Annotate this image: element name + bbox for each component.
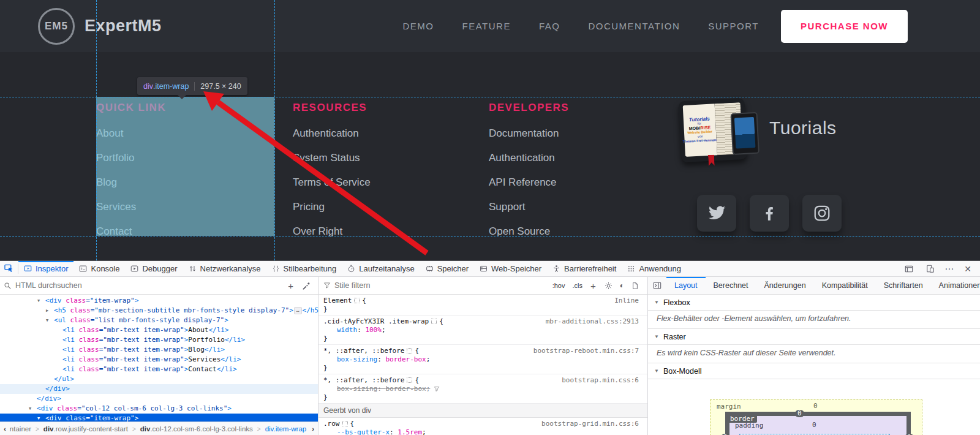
highlight-selector-icon[interactable] xyxy=(407,348,412,354)
box-model-margin[interactable]: margin 0 0 0 0 0 0 border padding 0 0 xyxy=(710,399,922,435)
markup-row[interactable]: <li class="mbr-text item-wrap">About</li… xyxy=(0,325,318,335)
markup-row[interactable]: ▼<div class="item-wrap"> xyxy=(0,296,318,306)
footer-link[interactable]: Terms of Service xyxy=(293,170,471,195)
instagram-button[interactable] xyxy=(802,195,842,232)
devtools-tab-laufzeitanalyse[interactable]: Laufzeitanalyse xyxy=(342,261,420,276)
purchase-now-button[interactable]: PURCHASE NOW xyxy=(781,10,908,43)
rules-filter-bar[interactable]: Stile filtern :hov .cls + ◐ xyxy=(318,277,647,295)
sidebar-tab-berechnet[interactable]: Berechnet xyxy=(706,277,756,294)
footer-link[interactable]: Authentication xyxy=(489,146,667,170)
footer-link[interactable]: API Reference xyxy=(489,170,667,195)
footer-link[interactable]: Documentation xyxy=(489,121,667,146)
layout-section-header[interactable]: ▼Raster xyxy=(648,329,980,344)
add-node-icon[interactable]: + xyxy=(284,281,298,291)
css-declaration[interactable]: --bs-gutter-x: 1.5rem; xyxy=(323,428,643,435)
markup-row[interactable]: <li class="mbr-text item-wrap">Portfolio… xyxy=(0,335,318,345)
collapsed-content-badge[interactable]: … xyxy=(294,307,302,314)
layout-section-header[interactable]: ▼Box-Modell xyxy=(648,363,980,379)
devtools-tab-speicher[interactable]: Speicher xyxy=(420,261,474,276)
sidebar-tab-schriftarten[interactable]: Schriftarten xyxy=(876,277,931,294)
expand-icon[interactable]: ▶ xyxy=(46,306,48,316)
footer-link[interactable]: Over Right xyxy=(293,219,471,244)
nav-item-support[interactable]: SUPPORT xyxy=(708,21,759,31)
footer-link[interactable]: Support xyxy=(489,195,667,219)
collapse-icon[interactable]: ▼ xyxy=(46,316,48,325)
markup-row[interactable]: </ul> xyxy=(0,374,318,384)
devtools-tab-netzwerkanalyse[interactable]: Netzwerkanalyse xyxy=(183,261,266,276)
stylesheet-source-link[interactable]: mbr-additional.css:2913 xyxy=(546,317,639,326)
stylesheet-source-link[interactable]: Inline xyxy=(614,297,639,305)
sidebar-tab-layout[interactable]: Layout xyxy=(666,277,706,294)
add-rule-icon[interactable]: + xyxy=(586,281,600,291)
nav-item-feature[interactable]: FEATURE xyxy=(462,21,511,31)
collapse-icon[interactable]: ▼ xyxy=(29,404,31,414)
devtools-close-icon[interactable]: ✕ xyxy=(960,264,975,274)
markup-row[interactable]: </div> xyxy=(0,384,318,394)
css-declaration[interactable]: box-sizing: border-box; xyxy=(323,385,643,393)
devtools-tab-web-speicher[interactable]: Web-Speicher xyxy=(474,261,547,276)
box-model-border[interactable]: border padding 0 0 0 297.5×240 xyxy=(725,412,911,435)
toggle-pseudo-classes-button[interactable]: :hov xyxy=(549,282,569,289)
light-theme-icon[interactable] xyxy=(601,282,616,290)
footer-link[interactable]: System Status xyxy=(293,146,471,170)
stylesheet-source-link[interactable]: bootstrap-reboot.min.css:7 xyxy=(533,347,639,355)
css-declaration[interactable]: box-sizing: border-box; xyxy=(323,355,643,364)
stylesheet-source-link[interactable]: bootstrap.min.css:6 xyxy=(562,376,639,385)
devtools-menu-icon[interactable]: ⋯ xyxy=(941,263,958,274)
sidebar-toggle-icon[interactable] xyxy=(648,277,666,294)
nav-item-demo[interactable]: DEMO xyxy=(403,21,434,31)
breadcrumb-item[interactable]: ntainer xyxy=(10,425,31,433)
print-media-icon[interactable] xyxy=(628,282,643,290)
markup-row[interactable]: ▶<h5 class="mbr-section-subtitle mbr-fon… xyxy=(0,306,318,316)
breadcrumb-scroll-left-icon[interactable]: ‹ xyxy=(0,425,10,433)
toggle-classes-button[interactable]: .cls xyxy=(568,282,586,289)
markup-row[interactable]: <li class="mbr-text item-wrap">Contact</… xyxy=(0,365,318,374)
nav-item-documentation[interactable]: DOCUMENTATION xyxy=(588,21,680,31)
eyedropper-icon[interactable] xyxy=(298,282,314,290)
devtools-tab-anwendung[interactable]: Anwendung xyxy=(622,261,687,276)
border-top-value[interactable]: 0 xyxy=(795,410,804,417)
twitter-button[interactable] xyxy=(697,195,736,232)
stylesheet-source-link[interactable]: bootstrap-grid.min.css:6 xyxy=(541,420,639,428)
markup-row[interactable]: <li class="mbr-text item-wrap">Services<… xyxy=(0,355,318,365)
markup-row[interactable]: </div> xyxy=(0,394,318,404)
devtools-tab-inspektor[interactable]: Inspektor xyxy=(18,261,74,276)
markup-row[interactable]: ▼<div class="col-12 col-sm-6 col-lg-3 co… xyxy=(0,404,318,414)
overridden-filter-icon[interactable] xyxy=(434,386,440,392)
layout-section-header[interactable]: ▼Flexbox xyxy=(648,295,980,310)
sidebar-tab-animationen[interactable]: Animationen xyxy=(931,277,980,294)
margin-top-value[interactable]: 0 xyxy=(813,402,818,410)
devtools-tab-stilbearbeitung[interactable]: Stilbearbeitung xyxy=(266,261,342,276)
dock-options-icon[interactable] xyxy=(901,265,917,273)
breadcrumb-item[interactable]: div.item-wrap xyxy=(265,425,307,433)
css-declaration[interactable]: width: 100%; xyxy=(323,326,643,335)
footer-link[interactable]: Pricing xyxy=(293,195,471,219)
breadcrumb-item[interactable]: div.col-12.col-sm-6.col-lg-3.col-links xyxy=(140,425,253,433)
markup-row[interactable]: <li class="mbr-text item-wrap">Blog</li> xyxy=(0,345,318,355)
collapse-icon[interactable]: ▼ xyxy=(37,296,40,306)
breadcrumb-item[interactable]: div.row.justify-content-start xyxy=(43,425,128,433)
footer-link[interactable]: Authentication xyxy=(293,121,471,146)
highlight-selector-icon[interactable] xyxy=(342,421,348,426)
html-search-bar[interactable]: HTML durchsuchen + xyxy=(0,277,318,295)
highlight-selector-icon[interactable] xyxy=(354,298,360,303)
breadcrumb-scroll-right-icon[interactable]: › xyxy=(308,425,318,433)
pick-element-icon[interactable] xyxy=(0,261,18,276)
dark-theme-icon[interactable]: ◐ xyxy=(616,281,628,290)
padding-top-value[interactable]: 0 xyxy=(812,421,816,429)
tutorials-image[interactable]: TutorialsfürMOBIRISEWebsite BuildervonTh… xyxy=(678,96,760,168)
devtools-tab-konsole[interactable]: Konsole xyxy=(74,261,125,276)
devtools-tab-debugger[interactable]: Debugger xyxy=(125,261,183,276)
nav-item-faq[interactable]: FAQ xyxy=(539,21,560,31)
devtools-tab-barrierefreiheit[interactable]: Barrierefreiheit xyxy=(547,261,622,276)
sidebar-tab-änderungen[interactable]: Änderungen xyxy=(756,277,814,294)
footer-link[interactable]: Open Source xyxy=(489,219,667,244)
brand[interactable]: EM5 ExpertM5 xyxy=(38,8,162,45)
highlight-selector-icon[interactable] xyxy=(431,319,437,324)
responsive-design-mode-icon[interactable] xyxy=(922,265,938,273)
highlight-selector-icon[interactable] xyxy=(407,377,412,383)
markup-token xyxy=(75,355,79,363)
facebook-button[interactable] xyxy=(750,195,789,232)
markup-row[interactable]: ▼<ul class="list mbr-fonts-style display… xyxy=(0,316,318,325)
sidebar-tab-kompatibilität[interactable]: Kompatibilität xyxy=(814,277,876,294)
